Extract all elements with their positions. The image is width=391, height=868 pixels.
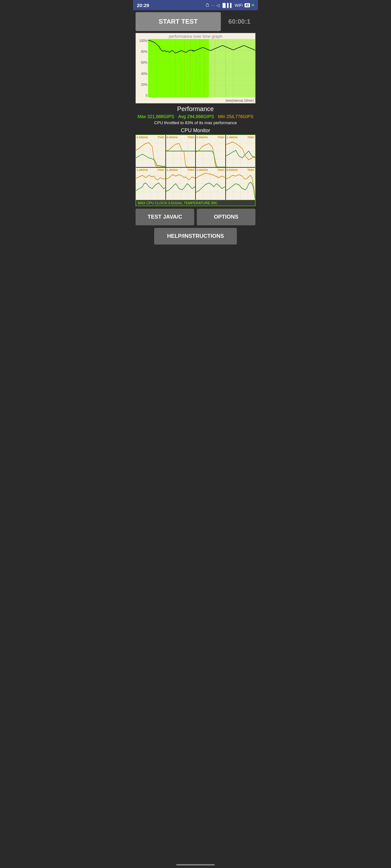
- cpu-core-1-graph: [136, 135, 165, 167]
- svg-point-18: [193, 50, 194, 51]
- cpu-core-6-graph: [166, 168, 196, 200]
- cpu-core-1-freq: 0.59GHz: [137, 136, 148, 139]
- cpu-core-3-temp: T56C: [217, 136, 224, 139]
- cpu-core-1: 0.59GHz T54C: [136, 135, 165, 167]
- cpu-core-5-temp: T55C: [157, 168, 164, 172]
- graph-y-labels: 100% 80% 60% 40% 20% 0: [136, 39, 148, 97]
- navigation-icon: ◁: [216, 3, 220, 8]
- menu-icon: ···: [211, 3, 215, 8]
- performance-section: Performance Max 321,688GIPS Avg 294,666G…: [136, 105, 255, 125]
- options-button[interactable]: OPTIONS: [197, 209, 255, 225]
- status-time: 20:29: [137, 3, 149, 8]
- cpu-monitor-title: CPU Monitor: [136, 128, 255, 133]
- status-bar: 20:29 🗒 ··· ◁ ▐▌▌▌ WiFi 41: [133, 0, 258, 10]
- wifi-icon: WiFi: [234, 3, 243, 8]
- y-label-20: 20%: [137, 83, 147, 86]
- help-instructions-button[interactable]: HELP/INSTRUCTIONS: [154, 228, 237, 245]
- signal-icon: ▐▌▌▌: [221, 3, 233, 8]
- svg-rect-1: [209, 39, 255, 97]
- y-label-60: 60%: [137, 61, 147, 64]
- cpu-core-4-graph: [226, 135, 255, 167]
- cpu-core-2: 0.59GHz T55C: [166, 135, 196, 167]
- graph-svg: [148, 39, 255, 97]
- cpu-core-7: 1.49GHz T56C: [196, 168, 225, 200]
- cpu-core-4-freq: 1.49GHz: [227, 136, 238, 139]
- performance-stats: Max 321,688GIPS Avg 294,666GIPS Min 254,…: [136, 114, 255, 119]
- cpu-core-5: 1.49GHz T55C: [136, 168, 165, 200]
- stat-min: Min 254,776GIPS: [218, 114, 253, 119]
- stat-max: Max 321,688GIPS: [138, 114, 174, 119]
- performance-title: Performance: [136, 105, 255, 113]
- online-indicator: [252, 4, 254, 6]
- stat-avg: Avg 294,666GIPS: [178, 114, 214, 119]
- throttle-text: CPU throttled to 83% of its max performa…: [136, 120, 255, 125]
- cpu-core-6-temp: T55C: [188, 168, 195, 172]
- cpu-core-6: 1.49GHz T55C: [166, 168, 196, 200]
- max-cpu-info: MAX CPU CLOCK:3.01GHz, TEMPERATURE:99C: [136, 200, 255, 206]
- y-label-80: 80%: [137, 50, 147, 54]
- test-javac-button[interactable]: TEST JAVA/C: [136, 209, 194, 225]
- cpu-core-8: 0.63GHz T56C: [226, 168, 255, 200]
- cpu-core-4-temp: T56C: [247, 136, 254, 139]
- cpu-core-3: 0.59GHz T56C: [196, 135, 225, 167]
- main-content: START TEST 60:00:1 performance over time…: [133, 10, 258, 250]
- graph-inner: [148, 39, 255, 97]
- cpu-core-7-graph: [196, 168, 225, 200]
- action-row: TEST JAVA/C OPTIONS: [136, 209, 255, 225]
- status-icons: 🗒 ··· ◁ ▐▌▌▌ WiFi 41: [205, 3, 254, 8]
- cpu-core-2-graph: [166, 135, 196, 167]
- cpu-monitor-section: CPU Monitor 0.59GHz T54C: [136, 128, 255, 206]
- cpu-core-8-freq: 0.63GHz: [227, 168, 238, 172]
- cpu-core-8-temp: T56C: [247, 168, 254, 172]
- cpu-core-3-graph: [196, 135, 225, 167]
- cpu-core-5-graph: [136, 168, 165, 200]
- cpu-core-3-freq: 0.59GHz: [196, 136, 208, 139]
- battery-icon: 41: [245, 3, 250, 7]
- y-label-40: 40%: [137, 72, 147, 75]
- cpu-core-2-temp: T55C: [188, 136, 195, 139]
- cpu-core-8-graph: [226, 168, 255, 200]
- performance-graph: performance over time graph 100% 80% 60%…: [136, 33, 255, 103]
- cpu-core-6-freq: 1.49GHz: [167, 168, 178, 172]
- graph-time-label: time(interval 10min): [226, 99, 254, 102]
- cpu-core-4: 1.49GHz T56C: [226, 135, 255, 167]
- help-btn-row: HELP/INSTRUCTIONS: [136, 228, 255, 245]
- timer-display: 60:00:1: [223, 18, 255, 25]
- top-row: START TEST 60:00:1: [136, 12, 255, 31]
- y-label-0: 0: [137, 94, 147, 97]
- cpu-core-1-temp: T54C: [157, 136, 164, 139]
- cpu-grid: 0.59GHz T54C: [136, 135, 255, 200]
- start-test-button[interactable]: START TEST: [136, 12, 221, 31]
- y-label-100: 100%: [137, 39, 147, 42]
- cpu-core-2-freq: 0.59GHz: [167, 136, 178, 139]
- cpu-core-7-freq: 1.49GHz: [196, 168, 208, 172]
- clipboard-icon: 🗒: [205, 3, 210, 8]
- cpu-core-7-temp: T56C: [217, 168, 224, 172]
- cpu-core-5-freq: 1.49GHz: [137, 168, 148, 172]
- graph-title: performance over time graph: [136, 34, 255, 39]
